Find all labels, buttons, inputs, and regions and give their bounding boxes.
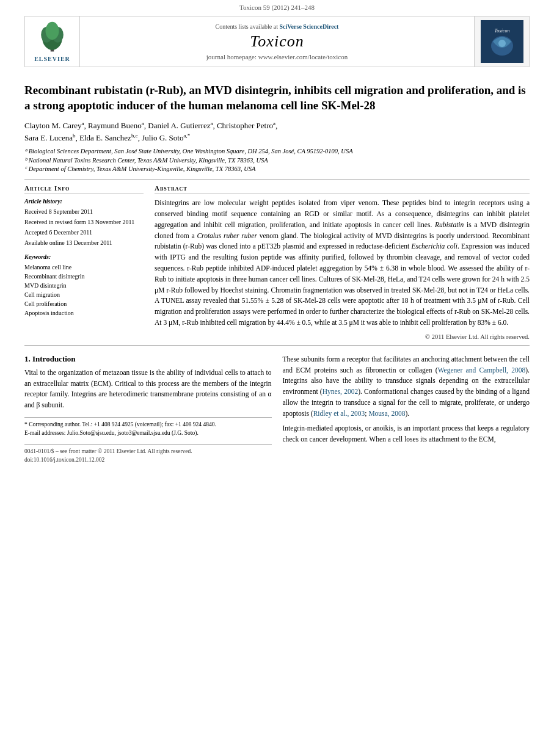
author-sanchez: Elda E. Sanchezb,c,	[79, 133, 142, 142]
ref-wegener: Wegener and Campbell, 2008	[438, 366, 526, 374]
introduction-heading: 1. Introduction	[24, 354, 272, 364]
keywords-section: Keywords: Melanoma cell line Recombinant…	[24, 253, 144, 318]
affiliations: ᵃ Biological Sciences Department, San Jo…	[24, 147, 530, 174]
elsevier-tree-icon	[35, 21, 69, 54]
keyword-4: Cell migration	[24, 290, 144, 299]
journal-logo-right: Toxicon	[474, 16, 529, 67]
author-lucena: Sara E. Lucenab,	[24, 133, 79, 142]
divider-2	[24, 345, 530, 346]
article-history: Article history: Received 8 September 20…	[24, 198, 144, 247]
intro-paragraph-3: Integrin-mediated apoptosis, or anoikis,…	[283, 423, 530, 445]
page: Toxicon 59 (2012) 241–248 ELSEVIER Conte…	[0, 0, 554, 756]
elsevier-logo: ELSEVIER	[34, 21, 70, 62]
intro-title: Introduction	[32, 354, 76, 363]
divider	[24, 179, 530, 180]
citation-text: Toxicon 59 (2012) 241–248	[239, 4, 315, 11]
introduction-columns: 1. Introduction Vital to the organizatio…	[24, 354, 530, 464]
abstract-text: Disintegrins are low molecular weight pe…	[155, 198, 530, 329]
author-soto: Julio G. Sotoa,*	[142, 133, 190, 142]
article-title: Recombinant rubistatin (r-Rub), an MVD d…	[24, 83, 530, 113]
elsevier-logo-container: ELSEVIER	[25, 16, 80, 67]
elsevier-brand-text: ELSEVIER	[34, 56, 70, 62]
author-gutierrez: Daniel A. Gutierreza,	[148, 121, 217, 130]
footnote-section: * Corresponding author. Tel.: +1 408 924…	[24, 417, 272, 438]
author-carey: Clayton M. Careya,	[24, 121, 88, 130]
footnote-email: E-mail addresses: Julio.Soto@sjsu.edu, j…	[24, 429, 272, 437]
affiliation-a: ᵃ Biological Sciences Department, San Jo…	[24, 147, 530, 156]
top-citation-bar: Toxicon 59 (2012) 241–248	[0, 0, 554, 12]
svg-point-8	[498, 40, 506, 47]
received-date: Received 8 September 2011	[24, 207, 144, 216]
copyright-text: © 2011 Elsevier Ltd. All rights reserved…	[155, 333, 530, 340]
intro-number: 1.	[24, 354, 31, 363]
sciverse-prefix: Contents lists available at	[216, 23, 278, 30]
article-info-label: Article Info	[24, 184, 144, 194]
sciverse-line: Contents lists available at SciVerse Sci…	[216, 23, 339, 30]
affiliation-b: ᵇ National Natural Toxins Research Cente…	[24, 156, 530, 165]
doi-text: doi:10.1016/j.toxicon.2011.12.002	[24, 456, 272, 464]
svg-point-4	[45, 22, 59, 40]
bottom-bar: 0041-0101/$ – see front matter © 2011 El…	[24, 444, 272, 465]
intro-right-column: These subunits form a receptor that faci…	[283, 354, 530, 464]
journal-title-area: Contents lists available at SciVerse Sci…	[80, 16, 474, 67]
footnote-corresponding: * Corresponding author. Tel.: +1 408 924…	[24, 420, 272, 429]
ref-hynes: Hynes, 2002	[323, 388, 358, 395]
intro-left-column: 1. Introduction Vital to the organizatio…	[24, 354, 272, 464]
keyword-3: MVD disintegrin	[24, 281, 144, 290]
intro-paragraph-2: These subunits form a receptor that faci…	[283, 354, 530, 420]
keyword-1: Melanoma cell line	[24, 263, 144, 272]
main-content: Recombinant rubistatin (r-Rub), an MVD d…	[0, 67, 554, 470]
available-date: Available online 13 December 2011	[24, 238, 144, 247]
keyword-6: Apoptosis induction	[24, 308, 144, 318]
keyword-5: Cell proliferation	[24, 299, 144, 308]
history-heading: Article history:	[24, 198, 144, 205]
journal-header: ELSEVIER Contents lists available at Sci…	[24, 16, 530, 67]
intro-paragraph-1: Vital to the organization of metazoan ti…	[24, 368, 272, 411]
ref-mousa: Mousa, 2008	[368, 410, 405, 417]
received-revised-date: Received in revised form 13 November 201…	[24, 217, 144, 227]
keywords-label: Keywords:	[24, 253, 144, 260]
article-info-column: Article Info Article history: Received 8…	[24, 184, 144, 340]
info-abstract-columns: Article Info Article history: Received 8…	[24, 184, 530, 340]
sciverse-link: SciVerse ScienceDirect	[280, 23, 339, 30]
svg-text:Toxicon: Toxicon	[494, 28, 509, 34]
author-petro: Christopher Petroa,	[217, 121, 277, 130]
affiliation-c: ᶜ Department of Chemistry, Texas A&M Uni…	[24, 165, 530, 174]
authors-line: Clayton M. Careya, Raymund Buenoa, Danie…	[24, 119, 530, 144]
journal-title: Toxicon	[250, 32, 304, 51]
journal-homepage: journal homepage: www.elsevier.com/locat…	[206, 53, 348, 60]
ref-ridley: Ridley et al., 2003	[313, 410, 365, 417]
accepted-date: Accepted 6 December 2011	[24, 228, 144, 237]
abstract-label: Abstract	[155, 184, 530, 194]
author-bueno: Raymund Buenoa,	[88, 121, 148, 130]
toxicon-logo-icon: Toxicon	[481, 20, 523, 63]
keyword-2: Recombinant disintegrin	[24, 272, 144, 281]
abstract-column: Abstract Disintegrins are low molecular …	[155, 184, 530, 340]
issn-text: 0041-0101/$ – see front matter © 2011 El…	[24, 447, 272, 456]
